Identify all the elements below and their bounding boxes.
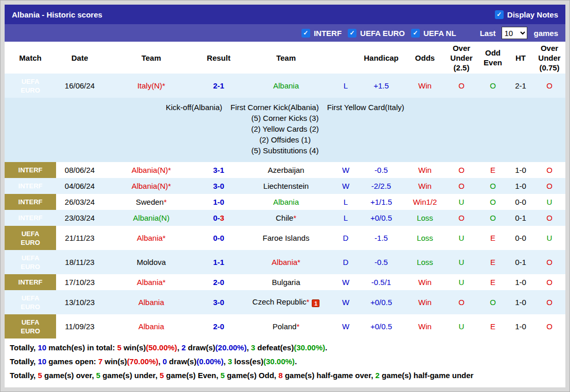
star-marker: * xyxy=(164,198,167,206)
odd-even-value: O xyxy=(478,74,508,98)
half-time-score: 0-1 xyxy=(508,250,533,274)
history-table-body: UEFAEURO16/06/24Italy(N)*2-1AlbaniaL+1.5… xyxy=(5,74,565,338)
uefa-euro-label: UEFA EURO xyxy=(360,29,405,38)
half-time-score: 1-0 xyxy=(508,290,533,314)
team-name[interactable]: Albania(N) xyxy=(132,166,168,174)
uefa-nl-checkbox[interactable] xyxy=(411,29,420,38)
red-card-icon: 1 xyxy=(312,299,319,307)
team-cell: Sweden* xyxy=(103,194,199,210)
match-row: INTERF08/06/24Albania(N)*3-1AzerbaijanW-… xyxy=(5,162,565,178)
league-badge: INTERF xyxy=(5,274,56,290)
filter-bar: INTERF UEFA EURO UEFA NL Last 10 games xyxy=(5,24,565,42)
team-name[interactable]: Italy(N) xyxy=(137,81,162,90)
odds-value: Win xyxy=(405,162,445,178)
competition-filter-interf: INTERF xyxy=(301,29,342,38)
uefa-euro-checkbox[interactable] xyxy=(348,29,357,38)
match-result: 2-0 xyxy=(199,274,238,290)
team-name[interactable]: Albania xyxy=(137,234,163,242)
odd-even-value: E xyxy=(478,314,508,338)
team-cell: Albania(N) xyxy=(103,210,199,226)
league-badge: INTERF xyxy=(5,162,56,178)
result-letter: L xyxy=(334,74,358,98)
team-name[interactable]: Bulgaria xyxy=(272,278,300,287)
odd-even-value: O xyxy=(478,178,508,194)
team-name[interactable]: Moldova xyxy=(137,258,166,266)
match-result: 3-0 xyxy=(199,290,238,314)
app-frame: Albania - Historic scores Display Notes … xyxy=(0,0,570,392)
match-date: 26/03/24 xyxy=(56,194,103,210)
league-badge: INTERF xyxy=(5,210,56,226)
over-under-075-value: U xyxy=(533,194,565,210)
col-header-over-under-075: Over Under (0.75) xyxy=(533,42,565,74)
summary: Totally, 10 match(es) in total: 5 win(s)… xyxy=(5,338,565,382)
team-name[interactable]: Albania(N) xyxy=(132,182,168,190)
odd-even-value: O xyxy=(478,194,508,210)
result-letter: L xyxy=(334,194,358,210)
team-name[interactable]: Poland xyxy=(273,322,297,331)
team-name[interactable]: Albania xyxy=(273,198,299,206)
handicap-value: -0.5 xyxy=(358,250,405,274)
team-name[interactable]: Albania xyxy=(137,278,163,287)
league-badge: UEFAEURO xyxy=(5,250,56,274)
handicap-value: +1.5 xyxy=(358,74,405,98)
match-date: 23/03/24 xyxy=(56,210,103,226)
team-name[interactable]: Albania xyxy=(272,258,297,266)
team-cell: Bulgaria xyxy=(238,274,334,290)
result-letter: D xyxy=(334,226,358,250)
over-under-25-value: O xyxy=(445,290,478,314)
summary-line: Totally, 10 match(es) in total: 5 win(s)… xyxy=(6,341,564,354)
league-badge: INTERF xyxy=(5,178,56,194)
star-marker: * xyxy=(297,258,300,266)
uefa-nl-label: UEFA NL xyxy=(423,29,456,38)
match-date: 11/09/23 xyxy=(56,314,103,338)
interf-label: INTERF xyxy=(314,29,342,38)
col-header-date: Date xyxy=(56,42,103,74)
star-marker: * xyxy=(162,81,165,90)
match-result: 3-0 xyxy=(199,178,238,194)
team-name[interactable]: Albania xyxy=(138,322,164,331)
over-under-25-value: U xyxy=(445,274,478,290)
result-letter: W xyxy=(334,162,358,178)
team-cell: Italy(N)* xyxy=(103,74,199,98)
team-name[interactable]: Azerbaijan xyxy=(268,166,305,174)
match-date: 13/10/23 xyxy=(56,290,103,314)
match-notes: Kick-off(Albania)First Corner Kick(Alban… xyxy=(5,98,565,162)
result-letter: W xyxy=(334,178,358,194)
over-under-25-value: U xyxy=(445,226,478,250)
team-name[interactable]: Sweden xyxy=(136,198,164,206)
result-letter: W xyxy=(334,314,358,338)
team-name[interactable]: Albania xyxy=(273,81,299,90)
notes-line: (5) Substitutions (4) xyxy=(5,145,565,156)
odds-value: Loss xyxy=(405,226,445,250)
display-notes-checkbox[interactable] xyxy=(495,10,504,19)
col-header-team2: Team xyxy=(238,42,334,74)
odd-even-value: E xyxy=(478,162,508,178)
match-date: 17/10/23 xyxy=(56,274,103,290)
odds-value: Win xyxy=(405,74,445,98)
odds-value: Win xyxy=(405,274,445,290)
match-row: UEFAEURO18/11/23Moldova1-1Albania*D-0.5L… xyxy=(5,250,565,274)
team-name[interactable]: Chile xyxy=(276,213,293,222)
match-result: 2-1 xyxy=(199,74,238,98)
title-bar: Albania - Historic scores Display Notes xyxy=(5,5,565,24)
odds-value: Loss xyxy=(405,210,445,226)
col-header-handicap: Handicap xyxy=(358,42,405,74)
handicap-value: -0.5 xyxy=(358,162,405,178)
interf-checkbox[interactable] xyxy=(301,29,310,38)
col-header-result: Result xyxy=(199,42,238,74)
over-under-075-value: O xyxy=(533,290,565,314)
col-header-odds: Odds xyxy=(405,42,445,74)
team-name[interactable]: Albania xyxy=(138,298,164,307)
over-under-075-value: O xyxy=(533,74,565,98)
team-name[interactable]: Albania(N) xyxy=(133,213,170,222)
star-marker: * xyxy=(163,234,166,242)
league-badge: INTERF xyxy=(5,194,56,210)
team-name[interactable]: Czech Republic xyxy=(253,297,307,306)
last-games-select[interactable]: 10 xyxy=(502,27,527,39)
summary-line: Totally, 5 game(s) over, 5 game(s) under… xyxy=(6,368,564,382)
team-name[interactable]: Faroe Islands xyxy=(263,234,310,242)
over-under-075-value: O xyxy=(533,274,565,290)
team-name[interactable]: Liechtenstein xyxy=(263,182,309,190)
team-cell: Albania(N)* xyxy=(103,178,199,194)
summary-line: Totally, 10 games open: 7 win(s)(70.00%)… xyxy=(6,354,564,368)
